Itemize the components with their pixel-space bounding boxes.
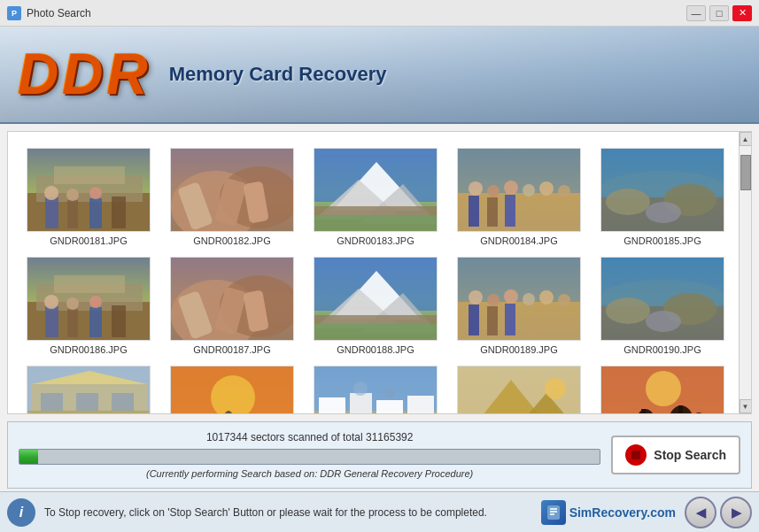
svg-point-28 [539,181,554,196]
photo-item[interactable]: GNDR00192.JPG [304,359,447,413]
photo-thumbnail[interactable] [170,366,294,413]
photo-label: GNDR00190.JPG [623,344,701,355]
progress-bar-outer [19,449,600,465]
maximize-button[interactable]: □ [709,5,729,21]
photo-item[interactable]: GNDR00188.JPG [304,250,447,359]
photo-thumbnail[interactable] [600,366,724,413]
scrollbar-thumb[interactable] [740,155,751,190]
svg-rect-117 [550,511,557,513]
photo-thumbnail[interactable] [27,148,151,232]
photo-item[interactable]: GNDR00181.JPG [17,141,160,250]
photo-thumbnail[interactable] [170,148,294,232]
svg-rect-4 [67,200,78,228]
app-title: Memory Card Recovery [169,63,387,86]
close-button[interactable]: ✕ [732,5,752,21]
photo-thumbnail[interactable] [27,366,151,413]
svg-rect-97 [350,393,372,413]
svg-point-64 [487,294,500,306]
svg-rect-42 [45,306,58,337]
stop-icon-inner [631,451,640,459]
photo-thumbnail[interactable] [600,257,724,341]
svg-point-25 [487,185,500,197]
svg-rect-2 [54,166,125,184]
photo-item[interactable]: GNDR00192.JPG [160,359,304,413]
simrecovery-text: SimRecovery.com [569,505,676,520]
status-text: To Stop recovery, click on 'Stop Search'… [44,506,532,519]
title-bar-controls: — □ ✕ [686,5,752,21]
svg-point-24 [469,181,483,196]
svg-rect-84 [27,411,150,413]
photo-thumbnail[interactable] [170,257,294,341]
photo-item[interactable]: GNDR00186.JPG [17,250,160,359]
progress-sub-text: (Currently performing Search based on: D… [19,468,600,479]
svg-point-67 [539,290,554,305]
svg-rect-41 [54,275,125,293]
photo-item[interactable]: GNDR00191.JPG [17,359,160,413]
svg-rect-118 [550,513,554,515]
svg-rect-71 [505,304,515,335]
photo-thumbnail[interactable] [27,257,151,341]
photo-thumbnail[interactable] [457,257,581,341]
svg-rect-45 [112,305,126,337]
photo-item[interactable]: GNDR00183.JPG [304,141,447,250]
svg-rect-30 [469,196,479,227]
svg-rect-82 [112,393,134,411]
nav-buttons: ◀ ▶ [685,497,752,528]
photo-thumbnail[interactable] [314,148,438,232]
svg-rect-44 [89,307,102,337]
svg-rect-31 [487,197,498,227]
scroll-down-button[interactable]: ▼ [740,399,752,413]
svg-point-66 [523,293,535,305]
photo-item[interactable]: GNDR00187.JPG [160,250,304,359]
svg-rect-70 [487,306,498,335]
app-icon: P [7,6,21,20]
photo-label: GNDR00185.JPG [623,235,701,246]
window-title: Photo Search [27,7,91,19]
svg-point-100 [353,382,368,396]
svg-point-108 [646,371,681,406]
scroll-up-button[interactable]: ▲ [740,132,752,146]
svg-point-63 [469,290,483,305]
scrollbar-track-area[interactable] [740,146,751,399]
photo-label: GNDR00181.JPG [50,235,127,246]
photo-item[interactable]: GNDR00190.JPG [591,250,734,359]
progress-bar-inner [19,450,38,464]
photo-label: GNDR00186.JPG [50,344,127,355]
photo-item[interactable]: GNDR00185.JPG [591,141,734,250]
header-text: Memory Card Recovery [169,63,387,86]
photo-item[interactable]: GNDR00192.JPG [447,359,591,413]
photo-thumbnail[interactable] [314,257,438,341]
scan-progress-text: 1017344 sectors scanned of total 3116539… [19,431,600,443]
nav-forward-button[interactable]: ▶ [720,497,752,528]
svg-rect-116 [550,508,557,510]
svg-point-75 [606,297,650,324]
svg-rect-99 [407,396,434,413]
svg-rect-6 [112,197,126,228]
svg-point-36 [606,189,650,215]
svg-point-27 [523,184,535,197]
svg-rect-43 [67,309,78,337]
photo-item[interactable]: GNDR00184.JPG [447,141,591,250]
svg-rect-98 [376,400,403,413]
photo-label: GNDR00187.JPG [193,344,270,355]
photo-item[interactable]: GNDR00189.JPG [447,250,591,359]
svg-point-68 [558,294,570,306]
svg-rect-5 [89,198,102,228]
photo-grid[interactable]: GNDR00181.JPG GNDR00182.JPG [8,132,751,413]
svg-point-101 [384,388,395,398]
photo-thumbnail[interactable] [314,366,438,413]
scrollbar[interactable]: ▲ ▼ [739,132,751,413]
photo-thumbnail[interactable] [457,366,581,413]
nav-back-button[interactable]: ◀ [685,497,716,528]
photo-item[interactable]: GNDR00192.JPG [591,359,734,413]
sim-icon [541,500,566,525]
stop-icon [625,444,647,466]
photo-thumbnail[interactable] [600,148,724,232]
photo-thumbnail[interactable] [457,148,581,232]
minimize-button[interactable]: — [686,5,706,21]
svg-rect-96 [319,397,345,413]
photo-item[interactable]: GNDR00182.JPG [160,141,304,250]
photo-label: GNDR00189.JPG [480,344,557,355]
stop-search-button[interactable]: Stop Search [611,436,740,474]
svg-point-8 [66,189,79,201]
